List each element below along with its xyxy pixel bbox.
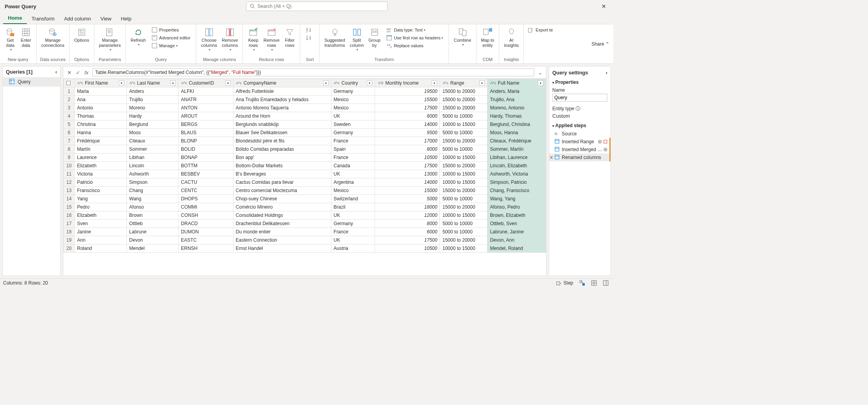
cell[interactable]: Victoria [75, 170, 127, 178]
grid-corner[interactable] [64, 79, 75, 87]
cell[interactable]: 5000 to 10000 [440, 129, 487, 137]
column-header[interactable]: AᴮcCompanyName▾ [233, 79, 331, 87]
column-header[interactable]: AᴮcFirst Name▾ [75, 79, 127, 87]
cell[interactable]: Mexico [331, 187, 375, 195]
cell[interactable]: Hardy [127, 112, 178, 120]
cell[interactable]: Ottlieb [127, 220, 178, 228]
split-column-button[interactable]: Split column [348, 26, 366, 53]
cancel-formula-icon[interactable]: ✕ [65, 68, 74, 77]
cell[interactable]: 17500 [375, 162, 440, 170]
cell[interactable]: 8000 [375, 145, 440, 153]
cell[interactable]: Afonso, Pedro [487, 203, 546, 211]
cell[interactable]: Ottlieb, Sven [487, 220, 546, 228]
cell[interactable]: Patricio [75, 178, 127, 187]
cell[interactable]: Chang, Franscisco [487, 187, 546, 195]
row-number[interactable]: 16 [64, 211, 75, 220]
suggested-transforms-button[interactable]: Suggested transforms [322, 26, 348, 50]
cell[interactable]: EASTC [178, 236, 233, 244]
keep-rows-button[interactable]: Keep rows [245, 26, 261, 53]
applied-step[interactable]: ✕Renamed columns [549, 153, 611, 161]
cell[interactable]: Berglund [127, 120, 178, 129]
cell[interactable]: 10000 to 15000 [440, 170, 487, 178]
cell[interactable]: UK [331, 170, 375, 178]
cell[interactable]: Sweden [331, 120, 375, 129]
table-row[interactable]: 18JanineLabruneDUMONDu monde entierFranc… [64, 228, 546, 236]
cell[interactable]: Brown [127, 211, 178, 220]
delete-step-icon[interactable]: ✕ [550, 155, 553, 160]
diagram-view-button[interactable] [578, 280, 587, 286]
table-row[interactable]: 10ElizabethLincolnBOTTMBottom-Dollar Mar… [64, 162, 546, 170]
cell[interactable]: Thomas [75, 112, 127, 120]
cell[interactable]: COMMI [178, 203, 233, 211]
cell[interactable]: Anders, Maria [487, 87, 546, 96]
manage-parameters-button[interactable]: Manage parameters [97, 26, 123, 53]
cell[interactable]: AROUT [178, 112, 233, 120]
row-number[interactable]: 20 [64, 244, 75, 253]
cell[interactable]: Janine [75, 228, 127, 236]
applied-step[interactable]: Inserted Range [549, 138, 611, 146]
cell[interactable]: Mendel, Roland [487, 244, 546, 253]
cell[interactable]: Germany [331, 220, 375, 228]
close-button[interactable]: ✕ [598, 3, 610, 9]
expand-formula-icon[interactable]: ⌄ [536, 68, 544, 77]
cell[interactable]: CACTU [178, 178, 233, 187]
cell[interactable]: Hardy, Thomas [487, 112, 546, 120]
cell[interactable]: Du monde entier [233, 228, 331, 236]
row-number[interactable]: 8 [64, 145, 75, 153]
cell[interactable]: Cactus Comidas para llevar [233, 178, 331, 187]
table-row[interactable]: 20RolandMendelERNSHErnst HandelAustria10… [64, 244, 546, 253]
get-data-button[interactable]: Get data [2, 26, 18, 53]
column-header[interactable]: AᴮcCountry▾ [331, 79, 375, 87]
cell[interactable]: UK [331, 211, 375, 220]
cell[interactable]: Ana Trujillo Emaredados y helados [233, 96, 331, 104]
cell[interactable]: Berglund, Christina [487, 120, 546, 129]
column-filter-dropdown[interactable]: ▾ [323, 80, 329, 86]
remove-columns-button[interactable]: Remove columns [219, 26, 240, 53]
manage-button[interactable]: Manage [150, 42, 192, 50]
cell[interactable]: 17500 [375, 236, 440, 244]
cell[interactable]: Lincoln, Elizabeth [487, 162, 546, 170]
cell[interactable]: Citeaux [127, 137, 178, 145]
cell[interactable]: Devon, Ann [487, 236, 546, 244]
row-number[interactable]: 19 [64, 236, 75, 244]
row-number[interactable]: 13 [64, 187, 75, 195]
cell[interactable]: 15000 to 20000 [440, 96, 487, 104]
cell[interactable]: Roland [75, 244, 127, 253]
cell[interactable]: Centro comercial Moctezuma [233, 187, 331, 195]
column-filter-dropdown[interactable]: ▾ [170, 80, 176, 86]
cell[interactable]: 12000 [375, 211, 440, 220]
combine-button[interactable]: Combine [451, 26, 473, 48]
replace-values-button[interactable]: 12Replace values [384, 42, 445, 50]
properties-button[interactable]: Properties [150, 26, 192, 34]
cell[interactable]: BOLID [178, 145, 233, 153]
column-header[interactable]: AᴮcCustomerID▾ [178, 79, 233, 87]
cell[interactable]: Wang [127, 195, 178, 203]
cell[interactable]: Mexico [331, 96, 375, 104]
table-row[interactable]: 4ThomasHardyAROUTAround the HornUK600050… [64, 112, 546, 120]
table-row[interactable]: 2AnaTrujilloANATRAna Trujillo Emaredados… [64, 96, 546, 104]
cell[interactable]: Antonio [75, 104, 127, 112]
fx-icon[interactable]: fx [82, 68, 91, 77]
row-number[interactable]: 7 [64, 137, 75, 145]
cell[interactable]: Antonio Moreno Taquería [233, 104, 331, 112]
cell[interactable]: UK [331, 112, 375, 120]
cell[interactable]: ERNSH [178, 244, 233, 253]
cell[interactable]: Sommer, Martín [487, 145, 546, 153]
collapse-queries-icon[interactable]: ‹ [55, 69, 57, 75]
cell[interactable]: Labrune [127, 228, 178, 236]
refresh-button[interactable]: Refresh [128, 26, 148, 48]
search-input[interactable] [257, 4, 384, 9]
cell[interactable]: Labrune, Janine [487, 228, 546, 236]
cell[interactable]: BOTTM [178, 162, 233, 170]
cell[interactable]: Hanna [75, 129, 127, 137]
row-number[interactable]: 10 [64, 162, 75, 170]
cell[interactable]: 6000 [375, 112, 440, 120]
cell[interactable]: UK [331, 236, 375, 244]
cell[interactable]: Lincoln [127, 162, 178, 170]
cell[interactable]: 5000 to 10000 [440, 228, 487, 236]
group-by-button[interactable]: Group by [366, 26, 383, 50]
table-row[interactable]: 5ChristinaBerglundBERGSBerglunds snabbkö… [64, 120, 546, 129]
cell[interactable]: CONSH [178, 211, 233, 220]
table-row[interactable]: 7FrédériqueCiteauxBLONPBlondesddsl pére … [64, 137, 546, 145]
layout-view-button[interactable] [601, 280, 610, 286]
